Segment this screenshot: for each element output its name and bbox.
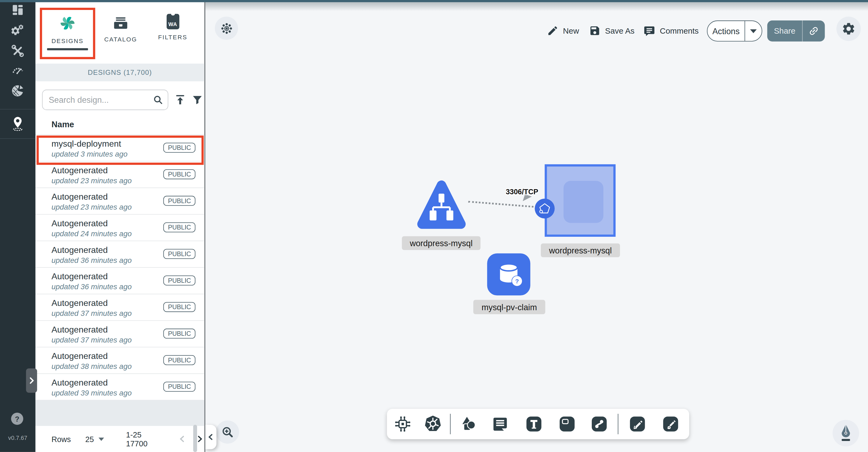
actions-label: Actions [708,21,745,41]
pvc-node[interactable]: ? [487,253,530,295]
rows-per-page-value: 25 [85,434,94,443]
components-button[interactable] [393,414,412,433]
navigation-sidebar: ? v0.7.67 [0,0,35,452]
pencil-icon [547,25,558,37]
dock-divider [450,414,451,434]
zoom-in-fab[interactable] [216,421,239,444]
tab-filters[interactable]: WA FILTERS [148,8,197,65]
note-tool-button[interactable] [557,414,576,433]
annotate-tool-button[interactable] [628,414,647,433]
visibility-badge: PUBLIC [163,196,195,206]
wasm-filter-icon-text: WA [168,21,177,27]
design-list-item[interactable]: Autogenerated updated 23 minutes ago PUB… [35,161,204,188]
service-node-label[interactable]: wordpress-mysql [402,236,480,250]
zoom-in-icon [221,425,234,439]
design-list-item[interactable]: mysql-deployment updated 3 minutes ago P… [35,135,204,162]
meshery-kanvas-app: ? v0.7.67 DESIGNS [0,0,868,452]
list-end-band [35,400,204,426]
kubernetes-button[interactable] [424,414,442,433]
design-list-item[interactable]: Autogenerated updated 24 minutes ago PUB… [35,215,204,241]
catalog-archive-icon [112,15,129,32]
comments-label: Comments [660,27,699,35]
visibility-badge: PUBLIC [163,302,195,312]
wasm-filter-icon: WA [166,14,179,29]
annotate-pen-icon [630,416,645,431]
design-list-item[interactable]: Autogenerated updated 23 minutes ago PUB… [35,188,204,215]
deployment-node-label[interactable]: wordpress-mysql [541,244,620,257]
comment-icon [492,416,508,432]
top-accent-bar [0,0,868,2]
new-button[interactable]: New [547,25,579,37]
edge-port-label[interactable]: 3306/TCP [500,188,544,196]
shapes-button[interactable] [459,414,478,433]
dashboard-icon[interactable] [11,3,24,17]
service-node[interactable] [415,178,468,230]
comments-button[interactable]: Comments [643,25,699,37]
link-tool-button[interactable] [590,414,609,433]
design-list-item[interactable]: Autogenerated updated 36 minutes ago PUB… [35,241,204,268]
lifecycle-gears-icon[interactable] [11,24,24,37]
previous-page-button[interactable] [178,434,187,444]
copy-link-button[interactable] [803,21,825,41]
performance-speedometer-icon[interactable] [11,64,24,77]
comment-tool-button[interactable] [491,414,509,433]
column-header-name: Name [52,120,74,129]
extensions-icon[interactable] [11,84,24,97]
mesh-network-fab[interactable] [215,17,238,40]
chevron-left-icon [178,434,187,444]
visibility-badge: PUBLIC [163,276,195,286]
tab-filters-label: FILTERS [158,34,187,40]
visibility-badge: PUBLIC [163,223,195,232]
design-list-item[interactable]: Autogenerated updated 38 minutes ago PUB… [35,347,204,374]
search-row [35,81,204,117]
pod-shape[interactable] [563,181,603,223]
chevron-down-icon [98,437,104,441]
actions-button[interactable]: Actions [707,21,763,41]
sidebar-expand-button[interactable] [26,368,37,392]
design-canvas[interactable]: New Save As Comments Actions [206,2,868,452]
text-icon [526,416,541,431]
design-list-item[interactable]: Autogenerated updated 37 minutes ago PUB… [35,321,204,348]
doodle-tool-button[interactable] [661,414,680,433]
share-button[interactable]: Share [767,21,825,41]
shapes-icon [460,415,477,432]
panel-collapse-button[interactable] [206,425,216,449]
note-icon [559,416,575,431]
actions-dropdown-button[interactable] [745,21,762,41]
settings-fab[interactable] [837,17,861,41]
gear-icon [841,22,856,36]
pod-badge[interactable] [535,199,555,219]
filter-funnel-icon[interactable] [191,94,203,106]
tab-designs-label: DESIGNS [52,38,84,44]
designs-panel: DESIGNS CATALOG WA FILTERS DESIGNS (17,7… [35,0,206,452]
design-list-item[interactable]: Autogenerated updated 37 minutes ago PUB… [35,294,204,321]
mesh-network-icon [220,22,232,34]
save-as-button[interactable]: Save As [589,25,634,37]
tab-catalog[interactable]: CATALOG [96,8,145,66]
search-input[interactable] [42,90,168,110]
configuration-tools-icon[interactable] [11,44,24,57]
meshery-logo-icon [58,13,78,33]
pen-nib-fab[interactable] [833,420,859,447]
pentagon-pod-icon [536,200,553,217]
edge-line[interactable] [468,201,533,207]
panel-scrollbar-thumb[interactable] [193,425,197,452]
design-list: mysql-deployment updated 3 minutes ago P… [35,134,204,400]
save-as-label: Save As [605,26,634,35]
version-text: v0.7.67 [0,434,35,441]
visibility-badge: PUBLIC [163,355,195,365]
publish-icon[interactable] [174,93,187,106]
panel-header: DESIGNS (17,700) [35,64,204,81]
design-list-item[interactable]: Autogenerated updated 39 minutes ago PUB… [35,374,204,400]
tab-designs[interactable]: DESIGNS [40,8,95,65]
sidebar-divider [0,109,35,109]
text-tool-button[interactable] [524,414,543,433]
help-button[interactable]: ? [11,413,23,425]
kanvas-pin-icon[interactable] [10,116,26,131]
rows-per-page-select[interactable]: 25 [85,434,104,443]
deployment-node[interactable] [545,164,616,237]
visibility-badge: PUBLIC [163,142,195,153]
design-list-item[interactable]: Autogenerated updated 36 minutes ago PUB… [35,268,204,294]
pvc-node-label[interactable]: mysql-pv-claim [473,300,545,314]
chevron-left-icon [207,432,215,442]
